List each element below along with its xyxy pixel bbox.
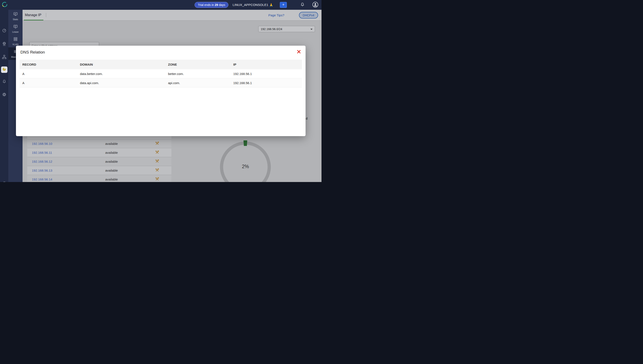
add-button[interactable]: + xyxy=(280,2,287,8)
record-cell: A xyxy=(20,69,77,78)
table-header-row: RECORD DOMAIN ZONE IP xyxy=(20,60,302,69)
active-rail-tile xyxy=(1,66,8,73)
icon-rail: DNS xyxy=(0,10,8,182)
sidebar-item-label: VLAN xyxy=(12,43,19,46)
ip-cell: 192.168.56.1 xyxy=(231,69,302,78)
zone-cell: api.com. xyxy=(165,78,231,88)
rail-item-dns[interactable]: DNS xyxy=(0,42,8,47)
trial-text-suffix: days xyxy=(218,3,225,6)
modal-title: DNS Relation xyxy=(21,50,45,54)
settings-gear-icon xyxy=(2,92,7,98)
sidebar-item-stats[interactable]: Stats xyxy=(8,10,23,22)
trial-badge[interactable]: Trial ends in 29 days xyxy=(194,2,228,8)
close-icon xyxy=(297,51,301,54)
app-logo[interactable] xyxy=(1,1,8,8)
modal-close-button[interactable] xyxy=(296,49,301,55)
trial-text-prefix: Trial ends in xyxy=(198,3,215,6)
sidebar-item-label: Lease xyxy=(12,30,19,33)
zone-cell: better.com. xyxy=(165,69,231,78)
bell-icon xyxy=(300,2,305,8)
account-circle-icon xyxy=(312,2,319,8)
vlan-servers-icon xyxy=(13,37,18,42)
record-cell: A xyxy=(20,78,77,88)
topbar: Trial ends in 29 days LINUX_APPCONSOLE1 … xyxy=(0,0,321,10)
stats-monitor-icon xyxy=(13,12,18,17)
dns-globe-icon: DNS xyxy=(2,42,7,47)
sidebar-item-lease[interactable]: Lease xyxy=(8,22,23,35)
sidebar-collapse-button[interactable]: « xyxy=(0,179,8,182)
rail-item-zones[interactable] xyxy=(0,54,8,60)
collapse-chevrons-icon: « xyxy=(3,180,5,182)
app-root: Trial ends in 29 days LINUX_APPCONSOLE1 … xyxy=(0,0,321,182)
user-avatar-button[interactable] xyxy=(312,2,319,8)
column-header-record: RECORD xyxy=(20,60,77,69)
lease-monitor-icon xyxy=(13,24,18,30)
table-row: A data.better.com. better.com. 192.168.5… xyxy=(20,69,302,78)
ip-cell: 192.168.56.1 xyxy=(231,78,302,88)
trial-days: 29 xyxy=(215,3,218,6)
column-header-ip: IP xyxy=(231,60,302,69)
rail-item-settings[interactable] xyxy=(0,92,8,98)
zone-topology-icon xyxy=(2,54,7,60)
column-header-zone: ZONE xyxy=(165,60,231,69)
dns-relation-modal: DNS Relation RECORD DOMAIN ZONE IP A xyxy=(16,46,306,136)
svg-text:DNS: DNS xyxy=(3,45,6,46)
column-header-domain: DOMAIN xyxy=(77,60,165,69)
domain-cell: data.better.com. xyxy=(77,69,165,78)
pie-chart-icon xyxy=(2,67,6,72)
dns-relation-table: RECORD DOMAIN ZONE IP A data.better.com.… xyxy=(20,60,302,88)
dashboard-gauge-icon xyxy=(2,28,7,34)
app-logo-icon xyxy=(2,1,8,8)
notifications-button[interactable] xyxy=(300,2,305,8)
table-row: A data.api.com. api.com. 192.168.56.1 xyxy=(20,78,302,88)
rail-item-dashboard[interactable] xyxy=(0,28,8,34)
hostname-label: LINUX_APPCONSOLE1 🙏 xyxy=(233,3,273,7)
sidebar-item-label: Stats xyxy=(13,18,18,20)
alerts-bell-icon xyxy=(2,79,7,85)
domain-cell: data.api.com. xyxy=(77,78,165,88)
rail-item-dhcp[interactable] xyxy=(0,66,8,73)
rail-item-alerts[interactable] xyxy=(0,79,8,85)
